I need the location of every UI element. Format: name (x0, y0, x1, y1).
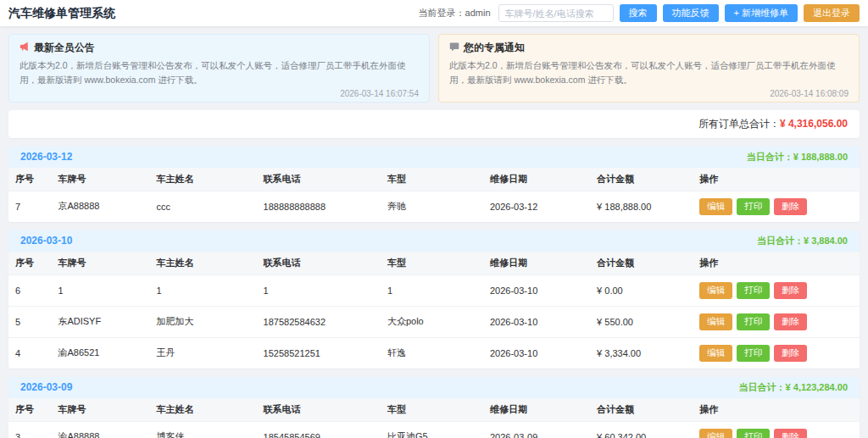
group-total-label: 当日合计： (739, 382, 786, 392)
cell-actions: 编辑打印删除 (693, 337, 860, 369)
group-total-amount: ¥ 4,123,284.00 (786, 382, 848, 392)
cell-repair-date: 2026-03-10 (483, 306, 590, 337)
edit-button[interactable]: 编辑 (699, 282, 732, 299)
group-date: 2026-03-10 (20, 235, 72, 247)
cell-amount: ¥ 550.00 (590, 306, 693, 337)
column-header: 序号 (8, 252, 51, 275)
personal-notice-time: 2026-03-14 16:08:09 (449, 89, 849, 98)
cell-amount: ¥ 0.00 (590, 274, 693, 306)
announcement-icon (19, 42, 30, 54)
search-button[interactable]: 搜索 (620, 4, 657, 22)
cell-owner: 1 (149, 274, 256, 306)
cell-actions: 编辑打印删除 (693, 306, 860, 337)
announcement-header: 最新全员公告 (19, 41, 419, 55)
table-row: 5东ADISYF加肥加大187582584632大众polo2026-03-10… (8, 306, 860, 337)
cell-owner: 博客侠 (149, 421, 256, 438)
table-header-row: 序号车牌号车主姓名联系电话车型维修日期合计金额操作 (8, 398, 860, 422)
cell-owner: 加肥加大 (149, 306, 256, 337)
delete-button[interactable]: 删除 (774, 345, 807, 362)
print-button[interactable]: 打印 (737, 198, 770, 215)
cell-phone: 18545854569 (257, 421, 381, 438)
cell-phone: 187582584632 (257, 306, 381, 337)
table-header-row: 序号车牌号车主姓名联系电话车型维修日期合计金额操作 (8, 252, 860, 275)
cell-index: 7 (8, 191, 51, 222)
group-total-label: 当日合计： (747, 152, 793, 162)
current-login: 当前登录：admin (419, 7, 491, 19)
column-header: 车牌号 (51, 168, 149, 191)
column-header: 操作 (693, 398, 860, 422)
cell-amount: ¥ 60,342.00 (590, 421, 693, 438)
grand-total-bar: 所有订单总合计：¥ 4,316,056.00 (8, 110, 860, 138)
cell-index: 3 (8, 421, 51, 438)
cell-repair-date: 2026-03-10 (483, 337, 590, 369)
column-header: 操作 (693, 168, 860, 191)
group-daily-total: 当日合计：¥ 4,123,284.00 (739, 381, 848, 394)
cell-owner: ccc (149, 191, 256, 222)
cell-amount: ¥ 188,888.00 (590, 191, 693, 222)
date-group: 2026-03-12 当日合计：¥ 188,888.00 序号车牌号车主姓名联系… (8, 147, 860, 222)
orders-table: 序号车牌号车主姓名联系电话车型维修日期合计金额操作 611112026-03-1… (8, 252, 860, 369)
group-daily-total: 当日合计：¥ 3,884.00 (757, 235, 848, 247)
cell-phone: 188888888888 (257, 191, 381, 222)
column-header: 合计金额 (590, 252, 693, 275)
column-header: 操作 (693, 252, 860, 275)
delete-button[interactable]: 删除 (774, 313, 807, 330)
cell-phone: 1 (257, 274, 381, 306)
top-bar: 汽车维修单管理系统 当前登录：admin 搜索 功能反馈 + 新增维修单 退出登… (0, 0, 868, 26)
cell-plate: 渝A86521 (51, 337, 149, 369)
column-header: 车型 (381, 252, 483, 275)
announcement-time: 2026-03-14 16:07:54 (19, 89, 419, 98)
cell-repair-date: 2026-03-09 (483, 421, 590, 438)
logout-button[interactable]: 退出登录 (804, 4, 860, 22)
column-header: 车主姓名 (149, 398, 256, 422)
grand-total-amount: ¥ 4,316,056.00 (780, 118, 848, 130)
print-button[interactable]: 打印 (737, 313, 770, 330)
group-total-amount: ¥ 3,884.00 (804, 236, 848, 246)
column-header: 维修日期 (483, 252, 590, 275)
cell-owner: 王丹 (149, 337, 256, 369)
print-button[interactable]: 打印 (737, 429, 770, 438)
grand-total-label: 所有订单总合计： (698, 118, 780, 130)
cell-model: 比亚迪G5 (381, 421, 483, 438)
column-header: 合计金额 (590, 168, 693, 191)
edit-button[interactable]: 编辑 (699, 429, 732, 438)
column-header: 车型 (381, 168, 483, 191)
delete-button[interactable]: 删除 (774, 198, 807, 215)
cell-repair-date: 2026-03-12 (483, 191, 590, 222)
app-title: 汽车维修单管理系统 (8, 6, 115, 21)
print-button[interactable]: 打印 (737, 345, 770, 362)
personal-notice-content: 此版本为2.0，新增后台账号管理和公告发布，可以私发个人账号，适合修理厂员工带手… (449, 58, 849, 87)
login-username: admin (465, 8, 491, 18)
print-button[interactable]: 打印 (737, 282, 770, 299)
cell-index: 6 (8, 274, 51, 306)
delete-button[interactable]: 删除 (774, 282, 807, 299)
date-group-header: 2026-03-09 当日合计：¥ 4,123,284.00 (8, 377, 860, 398)
table-header-row: 序号车牌号车主姓名联系电话车型维修日期合计金额操作 (8, 168, 860, 191)
top-bar-actions: 当前登录：admin 搜索 功能反馈 + 新增维修单 退出登录 (419, 4, 860, 22)
date-group: 2026-03-09 当日合计：¥ 4,123,284.00 序号车牌号车主姓名… (8, 377, 860, 438)
date-group-header: 2026-03-12 当日合计：¥ 188,888.00 (8, 147, 860, 168)
message-icon (449, 42, 459, 54)
group-date: 2026-03-09 (20, 381, 72, 393)
column-header: 车主姓名 (149, 252, 256, 275)
search-input[interactable] (498, 4, 614, 22)
cell-model: 大众polo (381, 306, 483, 337)
column-header: 序号 (8, 398, 51, 422)
cell-phone: 15258521251 (257, 337, 381, 369)
edit-button[interactable]: 编辑 (699, 345, 732, 362)
delete-button[interactable]: 删除 (774, 429, 807, 438)
cell-index: 5 (8, 306, 51, 337)
announcement-card: 最新全员公告 此版本为2.0，新增后台账号管理和公告发布，可以私发个人账号，适合… (8, 34, 430, 103)
cell-amount: ¥ 3,334.00 (590, 337, 693, 369)
cell-plate: 京A88888 (51, 191, 149, 222)
table-row: 611112026-03-10¥ 0.00编辑打印删除 (8, 274, 860, 306)
edit-button[interactable]: 编辑 (699, 313, 732, 330)
date-group: 2026-03-10 当日合计：¥ 3,884.00 序号车牌号车主姓名联系电话… (8, 230, 860, 369)
column-header: 联系电话 (257, 398, 381, 422)
cell-repair-date: 2026-03-10 (483, 274, 590, 306)
edit-button[interactable]: 编辑 (699, 198, 732, 215)
personal-notice-title: 您的专属通知 (464, 41, 525, 55)
feedback-button[interactable]: 功能反馈 (663, 4, 719, 22)
notice-cards: 最新全员公告 此版本为2.0，新增后台账号管理和公告发布，可以私发个人账号，适合… (0, 26, 868, 103)
add-repair-order-button[interactable]: + 新增维修单 (725, 4, 798, 22)
